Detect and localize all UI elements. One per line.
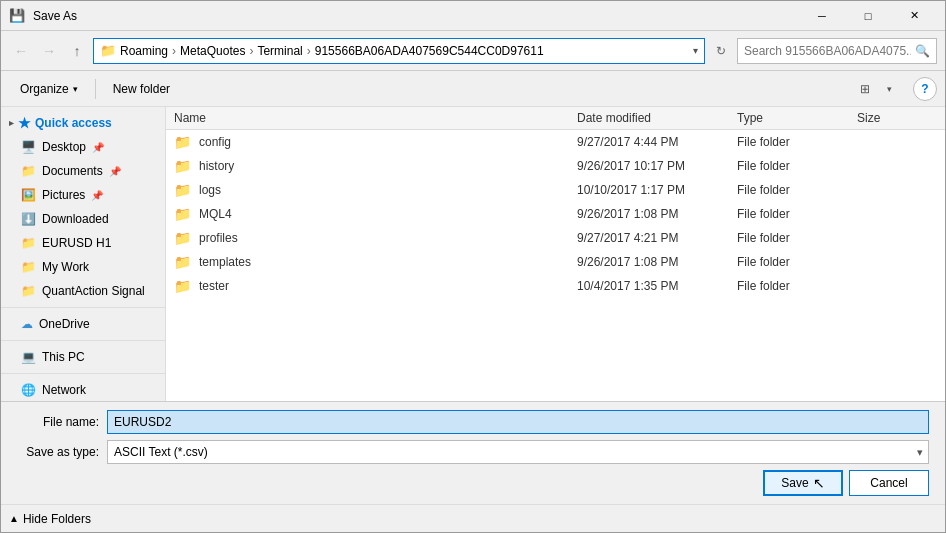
table-row[interactable]: 📁 logs 10/10/2017 1:17 PM File folder (166, 178, 945, 202)
view-toggle-button[interactable]: ⊞ (853, 77, 877, 101)
file-name-text: profiles (199, 231, 238, 245)
folder-icon: 📁 (174, 134, 191, 150)
col-size-header[interactable]: Size (857, 111, 937, 125)
file-date-cell: 9/26/2017 1:08 PM (577, 207, 737, 221)
table-row[interactable]: 📁 history 9/26/2017 10:17 PM File folder (166, 154, 945, 178)
close-button[interactable]: ✕ (891, 1, 937, 31)
file-name-input[interactable] (107, 410, 929, 434)
save-cursor-icon: ↖ (813, 475, 825, 491)
sidebar-item-downloaded[interactable]: ⬇️ Downloaded (1, 207, 165, 231)
eurusd-icon: 📁 (21, 236, 36, 250)
pictures-pin-icon: 📌 (91, 190, 103, 201)
folder-icon: 📁 (174, 230, 191, 246)
title-bar: 💾 Save As ─ □ ✕ (1, 1, 945, 31)
file-date-cell: 10/10/2017 1:17 PM (577, 183, 737, 197)
table-row[interactable]: 📁 templates 9/26/2017 1:08 PM File folde… (166, 250, 945, 274)
sidebar-item-desktop[interactable]: 🖥️ Desktop 📌 (1, 135, 165, 159)
buttons-row: Save ↖ Cancel (17, 470, 929, 496)
breadcrumb-folder-icon: 📁 (100, 43, 116, 58)
toolbar: Organize ▾ New folder ⊞ ▾ ? (1, 71, 945, 107)
documents-label: Documents (42, 164, 103, 178)
address-path[interactable]: 📁 Roaming › MetaQuotes › Terminal › 9155… (93, 38, 705, 64)
organize-button[interactable]: Organize ▾ (9, 76, 89, 102)
breadcrumb-roaming: Roaming (120, 44, 168, 58)
onedrive-label: OneDrive (39, 317, 90, 331)
minimize-button[interactable]: ─ (799, 1, 845, 31)
table-row[interactable]: 📁 profiles 9/27/2017 4:21 PM File folder (166, 226, 945, 250)
save-as-type-label: Save as type: (17, 445, 107, 459)
save-as-type-wrapper: ASCII Text (*.csv) (107, 440, 929, 464)
table-row[interactable]: 📁 MQL4 9/26/2017 1:08 PM File folder (166, 202, 945, 226)
file-name-cell: 📁 MQL4 (174, 206, 577, 222)
file-name-text: MQL4 (199, 207, 232, 221)
organize-chevron: ▾ (73, 84, 78, 94)
col-date-header[interactable]: Date modified (577, 111, 737, 125)
desktop-icon: 🖥️ (21, 140, 36, 154)
dropdown-arrow: ▾ (693, 45, 698, 56)
documents-inner: 📁 Documents (21, 164, 103, 178)
help-button[interactable]: ? (913, 77, 937, 101)
sidebar-item-eurusd[interactable]: 📁 EURUSD H1 (1, 231, 165, 255)
save-as-type-select[interactable]: ASCII Text (*.csv) (107, 440, 929, 464)
sidebar-item-mywork[interactable]: 📁 My Work (1, 255, 165, 279)
hide-folders-bar[interactable]: ▲ Hide Folders (1, 504, 945, 532)
quick-access-star-icon: ★ (18, 115, 31, 131)
cancel-button[interactable]: Cancel (849, 470, 929, 496)
back-button[interactable]: ← (9, 39, 33, 63)
hide-folders-label: Hide Folders (23, 512, 91, 526)
file-name-cell: 📁 tester (174, 278, 577, 294)
view-dropdown-button[interactable]: ▾ (877, 77, 901, 101)
view-buttons: ⊞ ▾ (853, 77, 901, 101)
up-button[interactable]: ↑ (65, 39, 89, 63)
pictures-icon: 🖼️ (21, 188, 36, 202)
file-name-cell: 📁 templates (174, 254, 577, 270)
sidebar-item-quantaction[interactable]: 📁 QuantAction Signal (1, 279, 165, 303)
bottom-bar: File name: Save as type: ASCII Text (*.c… (1, 401, 945, 504)
save-button[interactable]: Save ↖ (763, 470, 843, 496)
pictures-label: Pictures (42, 188, 85, 202)
maximize-button[interactable]: □ (845, 1, 891, 31)
sidebar-item-pictures[interactable]: 🖼️ Pictures 📌 (1, 183, 165, 207)
pictures-inner: 🖼️ Pictures (21, 188, 85, 202)
file-type-cell: File folder (737, 159, 857, 173)
folder-icon: 📁 (174, 158, 191, 174)
forward-button[interactable]: → (37, 39, 61, 63)
search-input[interactable] (744, 44, 911, 58)
sep1: › (172, 44, 176, 58)
sidebar-separator1 (1, 307, 165, 308)
file-type-cell: File folder (737, 279, 857, 293)
file-date-cell: 9/26/2017 10:17 PM (577, 159, 737, 173)
quick-access-section[interactable]: ▸ ★ Quick access (1, 111, 165, 135)
hide-folders-chevron: ▲ (9, 513, 19, 524)
organize-label: Organize (20, 82, 69, 96)
file-type-cell: File folder (737, 255, 857, 269)
file-name-label: File name: (17, 415, 107, 429)
file-rows-container: 📁 config 9/27/2017 4:44 PM File folder 📁… (166, 130, 945, 298)
quantaction-icon: 📁 (21, 284, 36, 298)
table-row[interactable]: 📁 config 9/27/2017 4:44 PM File folder (166, 130, 945, 154)
file-date-cell: 9/27/2017 4:21 PM (577, 231, 737, 245)
address-bar: ← → ↑ 📁 Roaming › MetaQuotes › Terminal … (1, 31, 945, 71)
network-icon: 🌐 (21, 383, 36, 397)
title-bar-controls: ─ □ ✕ (799, 1, 937, 31)
table-row[interactable]: 📁 tester 10/4/2017 1:35 PM File folder (166, 274, 945, 298)
file-type-cell: File folder (737, 135, 857, 149)
file-list-area: Name Date modified Type Size 📁 config 9/… (166, 107, 945, 401)
col-type-header[interactable]: Type (737, 111, 857, 125)
mywork-icon: 📁 (21, 260, 36, 274)
sidebar-item-thispc[interactable]: 💻 This PC (1, 345, 165, 369)
col-name-header[interactable]: Name (174, 111, 577, 125)
network-label: Network (42, 383, 86, 397)
new-folder-button[interactable]: New folder (102, 76, 181, 102)
mywork-label: My Work (42, 260, 89, 274)
sidebar-item-documents[interactable]: 📁 Documents 📌 (1, 159, 165, 183)
sidebar-item-network[interactable]: 🌐 Network (1, 378, 165, 401)
sidebar: ▸ ★ Quick access 🖥️ Desktop 📌 📁 Document… (1, 107, 166, 401)
refresh-button[interactable]: ↻ (709, 39, 733, 63)
eurusd-label: EURUSD H1 (42, 236, 111, 250)
quantaction-label: QuantAction Signal (42, 284, 145, 298)
folder-icon: 📁 (174, 278, 191, 294)
sidebar-item-onedrive[interactable]: ☁ OneDrive (1, 312, 165, 336)
file-name-text: templates (199, 255, 251, 269)
folder-icon: 📁 (174, 254, 191, 270)
